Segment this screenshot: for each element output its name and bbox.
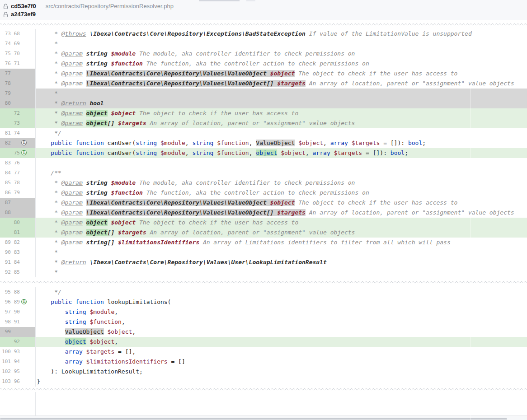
code-line[interactable]: 92 object $object, bbox=[0, 337, 527, 347]
code-token: The object to check if the user has acce… bbox=[295, 70, 457, 77]
code-token: , bbox=[185, 140, 193, 146]
implemented-green-method-icon[interactable]: I bbox=[21, 299, 27, 304]
gutter: 79 bbox=[0, 89, 36, 98]
code-line[interactable]: 82I public function canUser(string $modu… bbox=[0, 138, 527, 148]
commit-hash-old[interactable]: cd53e7f0 bbox=[11, 3, 36, 9]
code-line-content[interactable]: * @param \Ibexa\Contracts\Core\Repositor… bbox=[36, 198, 527, 208]
commit-hash-new[interactable]: a2473ef9 bbox=[11, 11, 36, 18]
code-line[interactable]: 7469 * bbox=[0, 39, 527, 49]
code-token: ValueObject bbox=[256, 140, 295, 146]
code-line-content[interactable]: */ bbox=[36, 287, 527, 297]
old-line-number: 90 bbox=[0, 247, 11, 257]
new-line-number: 92 bbox=[13, 337, 20, 347]
code-line[interactable]: 99 ValueObject $object, bbox=[0, 327, 527, 337]
code-line[interactable]: 9184 * @return \Ibexa\Contracts\Core\Rep… bbox=[0, 257, 527, 267]
code-line-content[interactable]: * @param string $function The function, … bbox=[36, 188, 527, 198]
gutter: 7671 bbox=[0, 59, 36, 69]
code-line-content[interactable]: * @return \Ibexa\Contracts\Core\Reposito… bbox=[36, 257, 527, 267]
code-line[interactable]: 8174 */ bbox=[0, 128, 527, 138]
code-line-content[interactable]: * @param string $function The function, … bbox=[36, 59, 527, 69]
code-line-content[interactable]: ValueObject $object, bbox=[36, 327, 527, 337]
implemented-gray-method-icon[interactable]: I bbox=[21, 140, 27, 145]
code-line-content[interactable]: /** bbox=[36, 168, 527, 178]
code-line-content[interactable]: * bbox=[36, 89, 527, 98]
code-line-content[interactable]: * @throws \Ibexa\Contracts\Core\Reposito… bbox=[36, 29, 527, 39]
code-line-content[interactable]: array $targets = [], bbox=[36, 347, 527, 357]
code-line[interactable]: 8578 * @param string $module The module,… bbox=[0, 178, 527, 188]
code-line[interactable]: 7570 * @param string $module The module,… bbox=[0, 49, 527, 59]
code-line-content[interactable]: * @param string $module The module, aka … bbox=[36, 178, 527, 188]
code-line-content[interactable]: * bbox=[36, 39, 527, 49]
code-line-content[interactable]: array $limitationsIdentifiers = [] bbox=[36, 357, 527, 367]
code-line[interactable]: 81 * @param object[] $targets An array o… bbox=[0, 228, 527, 238]
code-line-content[interactable]: * @param string[] $limitationsIdentifier… bbox=[36, 238, 527, 247]
new-line-number: 76 bbox=[13, 158, 20, 168]
code-line[interactable]: 79 * bbox=[0, 89, 527, 98]
code-line-content[interactable]: public function lookupLimitations( bbox=[36, 297, 527, 307]
code-line[interactable]: 88 * @param \Ibexa\Contracts\Core\Reposi… bbox=[0, 208, 527, 218]
code-line-content[interactable]: * @param \Ibexa\Contracts\Core\Repositor… bbox=[36, 79, 527, 89]
code-line-content[interactable]: string $module, bbox=[36, 307, 527, 317]
code-line[interactable]: 10396} bbox=[0, 377, 527, 387]
code-line[interactable]: 75I public function canUser(string $modu… bbox=[0, 148, 527, 158]
code-line-content[interactable]: * bbox=[36, 267, 527, 277]
collapsed-lines-separator[interactable] bbox=[0, 387, 527, 392]
code-line-content[interactable]: * @param \Ibexa\Contracts\Core\Repositor… bbox=[36, 208, 527, 218]
code-line-content[interactable]: * @return bool bbox=[36, 98, 527, 108]
code-line[interactable]: 9285 * bbox=[0, 267, 527, 277]
code-line[interactable]: 87 * @param \Ibexa\Contracts\Core\Reposi… bbox=[0, 198, 527, 208]
code-token: The function, aka the controller action … bbox=[143, 60, 369, 67]
code-line-content[interactable] bbox=[36, 158, 527, 168]
code-line[interactable]: 7368 * @throws \Ibexa\Contracts\Core\Rep… bbox=[0, 29, 527, 39]
code-line[interactable]: 9689I public function lookupLimitations( bbox=[0, 297, 527, 307]
code-line[interactable]: 7671 * @param string $function The funct… bbox=[0, 59, 527, 69]
code-line-content[interactable]: string $function, bbox=[36, 317, 527, 327]
code-line[interactable]: 9083 * bbox=[0, 247, 527, 257]
code-line[interactable]: 80 * @param object $object The object to… bbox=[0, 218, 527, 228]
gutter: 7368 bbox=[0, 29, 36, 39]
code-line-content[interactable]: * @param object[] $targets An array of l… bbox=[36, 228, 527, 238]
old-line-number: 97 bbox=[0, 307, 11, 317]
old-line-number: 98 bbox=[0, 317, 11, 327]
code-line[interactable]: 73 * @param object[] $targets An array o… bbox=[0, 118, 527, 128]
code-line[interactable]: 9588 */ bbox=[0, 287, 527, 297]
code-line[interactable]: 8679 * @param string $function The funct… bbox=[0, 188, 527, 198]
gutter: 80 bbox=[0, 98, 36, 108]
code-line-content[interactable]: * @param object $object The object to ch… bbox=[36, 108, 527, 118]
code-line-content[interactable]: public function canUser(string $module, … bbox=[36, 138, 527, 148]
code-line-content[interactable]: * @param object $object The object to ch… bbox=[36, 218, 527, 228]
code-line-content[interactable]: } bbox=[36, 377, 527, 387]
implemented-green-method-icon[interactable]: I bbox=[21, 150, 27, 155]
code-line[interactable]: 8982 * @param string[] $limitationsIdent… bbox=[0, 238, 527, 247]
old-line-number: 103 bbox=[0, 377, 11, 387]
code-line[interactable]: 10093 array $targets = [], bbox=[0, 347, 527, 357]
code-token: $object bbox=[111, 110, 136, 117]
old-line-number: 89 bbox=[0, 238, 11, 247]
code-line[interactable]: 80 * @return bool bbox=[0, 98, 527, 108]
code-line[interactable]: 8376 bbox=[0, 158, 527, 168]
code-line-content[interactable]: * bbox=[36, 247, 527, 257]
code-line-content[interactable]: * @param string $module The module, aka … bbox=[36, 49, 527, 59]
old-line-number: 81 bbox=[0, 128, 11, 138]
gutter: 8679 bbox=[0, 188, 36, 198]
code-line[interactable]: 72 * @param object $object The object to… bbox=[0, 108, 527, 118]
code-line[interactable]: 77 * @param \Ibexa\Contracts\Core\Reposi… bbox=[0, 69, 527, 79]
code-line-content[interactable]: object $object, bbox=[36, 337, 527, 347]
code-line[interactable]: 10194 array $limitationsIdentifiers = [] bbox=[0, 357, 527, 367]
code-line[interactable]: 9891 string $function, bbox=[0, 317, 527, 327]
code-line-content[interactable]: * @param object[] $targets An array of l… bbox=[36, 118, 527, 128]
code-line-content[interactable]: */ bbox=[36, 128, 527, 138]
code-line-content[interactable]: ): LookupLimitationResult; bbox=[36, 367, 527, 377]
code-line[interactable]: 10295 ): LookupLimitationResult; bbox=[0, 367, 527, 377]
diff-editor[interactable]: 7368 * @throws \Ibexa\Contracts\Core\Rep… bbox=[0, 20, 527, 415]
horizontal-scrollbar-thumb[interactable] bbox=[0, 418, 507, 420]
code-line[interactable]: 9790 string $module, bbox=[0, 307, 527, 317]
code-line-content[interactable]: public function canUser(string $module, … bbox=[36, 148, 527, 158]
code-line[interactable]: 78 * @param \Ibexa\Contracts\Core\Reposi… bbox=[0, 79, 527, 89]
code-token: $function bbox=[111, 60, 142, 67]
code-line-content[interactable]: * @param \Ibexa\Contracts\Core\Repositor… bbox=[36, 69, 527, 79]
collapsed-lines-separator[interactable] bbox=[0, 20, 527, 29]
collapsed-lines-separator[interactable] bbox=[0, 277, 527, 287]
code-token: The module, aka controller identifier to… bbox=[136, 50, 355, 57]
code-line[interactable]: 8477 /** bbox=[0, 168, 527, 178]
